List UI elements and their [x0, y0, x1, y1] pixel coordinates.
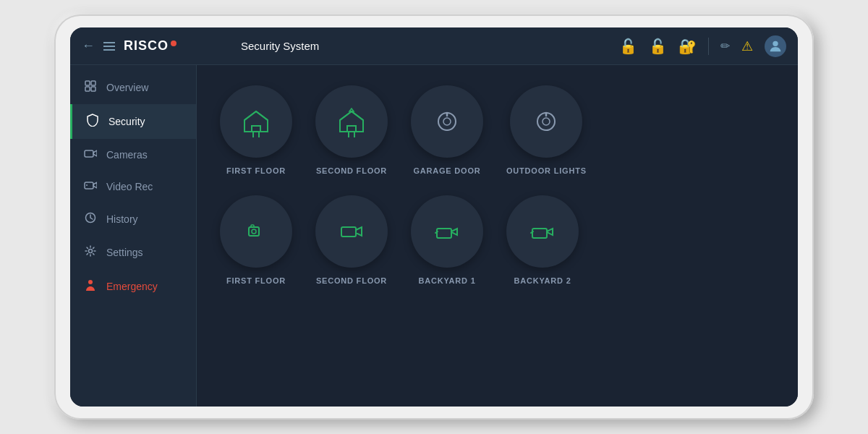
sidebar-item-videorec[interactable]: Video Rec — [70, 171, 196, 203]
sidebar-label-history: History — [106, 213, 138, 225]
settings-icon — [83, 245, 98, 260]
grid-item-backyard2[interactable]: BACKYARD 2 — [506, 195, 579, 285]
videorec-icon — [83, 180, 98, 193]
grid-item-garage-door[interactable]: GARAGE DOOR — [411, 85, 483, 175]
outdoor-lights-button[interactable] — [510, 85, 582, 158]
garage-door-label: GARAGE DOOR — [413, 166, 480, 175]
outdoor-lights-label: OUTDOOR LIGHTS — [506, 166, 587, 175]
second-floor-cam-label: SECOND FLOOR — [316, 276, 387, 285]
garage-door-button[interactable] — [411, 85, 483, 158]
sidebar-label-settings: Settings — [106, 247, 143, 258]
svg-rect-4 — [91, 87, 95, 91]
svg-point-7 — [86, 184, 88, 186]
sidebar-label-videorec: Video Rec — [106, 181, 153, 192]
sidebar-label-emergency: Emergency — [106, 281, 158, 292]
edit-icon[interactable]: ✏ — [720, 39, 730, 53]
lock-partial-icon[interactable]: 🔓 — [619, 38, 637, 55]
sidebar-item-overview[interactable]: Overview — [70, 71, 196, 104]
backyard1-button[interactable] — [411, 195, 483, 268]
header-actions: 🔓 🔓 🔐 ✏ ⚠ — [619, 35, 786, 57]
grid-item-first-floor[interactable]: FIRST FLOOR — [220, 85, 292, 175]
logo-text: RISCO — [124, 38, 169, 54]
svg-rect-2 — [91, 81, 95, 85]
svg-rect-6 — [85, 182, 93, 189]
sidebar-item-history[interactable]: History — [70, 203, 196, 236]
header-left: ← RISCO — [82, 38, 226, 54]
svg-rect-3 — [85, 87, 90, 91]
grid-item-backyard1[interactable]: BACKYARD 1 — [411, 195, 483, 285]
backyard2-label: BACKYARD 2 — [514, 276, 571, 285]
header-separator — [708, 38, 709, 55]
sidebar-item-cameras[interactable]: Cameras — [70, 139, 196, 171]
grid-item-outdoor-lights[interactable]: OUTDOOR LIGHTS — [506, 85, 587, 175]
header-title: Security System — [226, 40, 619, 53]
second-floor-cam-button[interactable] — [315, 195, 388, 268]
sidebar-label-cameras: Cameras — [106, 149, 148, 161]
lock-closed-icon[interactable]: 🔐 — [678, 38, 697, 55]
security-icon — [85, 114, 100, 129]
backyard2-button[interactable] — [506, 195, 579, 268]
backyard1-label: BACKYARD 1 — [418, 276, 475, 285]
user-avatar[interactable] — [765, 35, 786, 57]
second-floor-button[interactable] — [315, 85, 388, 158]
sidebar-item-emergency[interactable]: Emergency — [70, 269, 196, 304]
alert-icon[interactable]: ⚠ — [741, 38, 753, 54]
sidebar: Overview Security — [70, 65, 197, 407]
sidebar-label-overview: Overview — [106, 82, 148, 93]
svg-rect-22 — [532, 229, 547, 238]
svg-point-9 — [89, 250, 93, 253]
grid-item-second-floor[interactable]: SECOND FLOOR — [315, 85, 388, 175]
svg-point-10 — [88, 280, 93, 284]
sidebar-item-settings[interactable]: Settings — [70, 236, 196, 269]
sidebar-item-security[interactable]: Security — [70, 104, 196, 139]
back-button[interactable]: ← — [82, 38, 95, 54]
svg-point-0 — [773, 41, 778, 46]
overview-icon — [83, 80, 98, 95]
grid-item-second-floor-cam[interactable]: SECOND FLOOR — [315, 195, 388, 285]
first-floor-cam-button[interactable] — [220, 195, 292, 268]
tablet-screen: ← RISCO Security System 🔓 🔓 🔐 ✏ ⚠ — [70, 27, 798, 407]
menu-button[interactable] — [103, 42, 115, 51]
first-floor-cam-label: FIRST FLOOR — [226, 276, 286, 285]
grid-area: FIRST FLOOR SECOND FLOOR — [197, 65, 798, 407]
cameras-icon — [83, 148, 98, 161]
second-floor-label: SECOND FLOOR — [316, 166, 387, 175]
first-floor-button[interactable] — [220, 85, 292, 158]
logo: RISCO — [124, 38, 176, 54]
svg-rect-18 — [251, 225, 254, 227]
emergency-icon — [83, 278, 98, 294]
svg-point-12 — [443, 118, 451, 125]
first-floor-label: FIRST FLOOR — [226, 166, 286, 175]
svg-rect-17 — [249, 227, 259, 236]
svg-rect-1 — [85, 81, 90, 85]
tablet-device: ← RISCO Security System 🔓 🔓 🔐 ✏ ⚠ — [54, 14, 814, 420]
svg-rect-21 — [437, 229, 451, 238]
svg-rect-5 — [85, 150, 93, 157]
grid-row-2: FIRST FLOOR SECOND FLOOR — [220, 195, 775, 285]
header: ← RISCO Security System 🔓 🔓 🔐 ✏ ⚠ — [70, 27, 798, 65]
lock-open-icon[interactable]: 🔓 — [649, 38, 667, 55]
grid-row-1: FIRST FLOOR SECOND FLOOR — [220, 85, 775, 175]
svg-point-15 — [542, 118, 550, 125]
history-icon — [83, 212, 98, 226]
logo-dot — [171, 41, 176, 46]
svg-rect-20 — [341, 227, 356, 237]
sidebar-label-security: Security — [109, 116, 145, 127]
grid-item-first-floor-cam[interactable]: FIRST FLOOR — [220, 195, 292, 285]
main-content: Overview Security — [70, 65, 798, 407]
svg-point-19 — [252, 229, 256, 234]
